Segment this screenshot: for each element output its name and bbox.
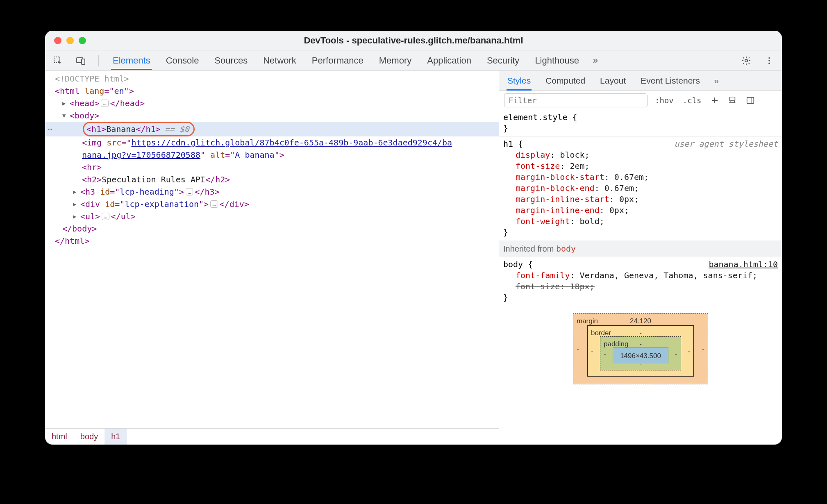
box-model[interactable]: margin 24.120 - - border - - - - bbox=[499, 306, 782, 384]
css-prop-margin-block-start[interactable]: margin-block-start: 0.67em; bbox=[503, 172, 778, 183]
css-prop-margin-inline-end[interactable]: margin-inline-end: 0px; bbox=[503, 205, 778, 216]
crumb-body[interactable]: body bbox=[74, 429, 105, 445]
dom-tree[interactable]: <!DOCTYPE html> <html lang="en"> ▶<head>… bbox=[45, 71, 499, 428]
svg-rect-7 bbox=[729, 97, 735, 100]
dom-img[interactable]: <img src="https://cdn.glitch.global/87b4… bbox=[45, 136, 499, 149]
new-style-rule-icon[interactable] bbox=[709, 95, 720, 105]
ellipsis-icon[interactable]: … bbox=[210, 200, 218, 208]
window-title: DevTools - speculative-rules.glitch.me/b… bbox=[45, 35, 782, 46]
styles-tabs: Styles Computed Layout Event Listeners » bbox=[499, 71, 782, 91]
device-toggle-icon[interactable] bbox=[75, 55, 86, 66]
dom-html-close[interactable]: </html> bbox=[55, 235, 89, 247]
expand-icon[interactable]: ▶ bbox=[73, 186, 80, 198]
tab-sources[interactable]: Sources bbox=[213, 51, 249, 70]
rtab-event-listeners[interactable]: Event Listeners bbox=[640, 71, 701, 91]
styles-panel: Styles Computed Layout Event Listeners »… bbox=[499, 71, 782, 445]
settings-icon[interactable] bbox=[741, 55, 752, 66]
svg-point-5 bbox=[768, 60, 770, 61]
svg-point-6 bbox=[768, 62, 770, 64]
tab-security[interactable]: Security bbox=[485, 51, 521, 70]
ellipsis-icon[interactable]: … bbox=[102, 213, 109, 220]
main-tabs: Elements Console Sources Network Perform… bbox=[45, 50, 782, 71]
dom-html-open[interactable]: <html lang="en"> bbox=[55, 85, 134, 97]
css-prop-font-family[interactable]: font-family: Verdana, Geneva, Tahoma, sa… bbox=[503, 270, 778, 281]
dom-body-open[interactable]: <body> bbox=[70, 109, 99, 122]
more-rtabs-icon[interactable]: » bbox=[714, 76, 719, 86]
inherited-from-header: Inherited from body bbox=[499, 241, 782, 257]
tab-memory[interactable]: Memory bbox=[377, 51, 413, 70]
elements-panel: <!DOCTYPE html> <html lang="en"> ▶<head>… bbox=[45, 71, 499, 445]
inspect-icon[interactable] bbox=[52, 55, 63, 66]
rule-h1[interactable]: h1 {user agent stylesheet display: block… bbox=[499, 137, 782, 241]
ua-stylesheet-label: user agent stylesheet bbox=[674, 138, 778, 150]
devtools-window: DevTools - speculative-rules.glitch.me/b… bbox=[45, 31, 782, 445]
tab-elements[interactable]: Elements bbox=[111, 51, 152, 70]
svg-rect-8 bbox=[747, 97, 754, 103]
dom-doctype: <!DOCTYPE html> bbox=[55, 73, 129, 85]
expand-icon[interactable]: ▶ bbox=[62, 97, 69, 109]
toggle-classes-icon[interactable] bbox=[726, 95, 738, 106]
svg-rect-2 bbox=[82, 59, 85, 64]
crumb-h1[interactable]: h1 bbox=[105, 429, 127, 445]
rule-element-style[interactable]: element.style { } bbox=[499, 110, 782, 137]
dom-ul[interactable]: ▶<ul>…</ul> bbox=[45, 210, 499, 222]
dom-head[interactable]: <head> bbox=[70, 97, 99, 109]
ellipsis-icon[interactable]: … bbox=[101, 100, 108, 107]
breadcrumb: html body h1 bbox=[45, 428, 499, 445]
expand-icon[interactable]: ▶ bbox=[73, 198, 80, 210]
dom-hr[interactable]: <hr> bbox=[45, 161, 499, 173]
titlebar: DevTools - speculative-rules.glitch.me/b… bbox=[45, 31, 782, 50]
kebab-menu-icon[interactable] bbox=[764, 55, 775, 66]
computed-sidebar-icon[interactable] bbox=[744, 95, 757, 106]
css-prop-font-size[interactable]: font-size: 2em; bbox=[503, 161, 778, 172]
rtab-styles[interactable]: Styles bbox=[507, 71, 532, 91]
collapse-icon[interactable]: ▼ bbox=[62, 109, 69, 122]
tab-lighthouse[interactable]: Lighthouse bbox=[533, 51, 581, 70]
css-prop-margin-block-end[interactable]: margin-block-end: 0.67em; bbox=[503, 183, 778, 194]
source-link[interactable]: banana.html:10 bbox=[709, 259, 778, 270]
dom-h3[interactable]: ▶<h3 id="lcp-heading">…</h3> bbox=[45, 186, 499, 198]
rtab-layout[interactable]: Layout bbox=[599, 71, 627, 91]
hov-toggle[interactable]: :hov bbox=[653, 95, 675, 106]
more-tabs-icon[interactable]: » bbox=[593, 55, 598, 66]
dom-selected-h1[interactable]: ⋯ <h1>Banana</h1> == $0 bbox=[45, 122, 499, 136]
css-prop-font-weight[interactable]: font-weight: bold; bbox=[503, 216, 778, 227]
dom-body-close[interactable]: </body> bbox=[62, 222, 97, 235]
css-prop-margin-inline-start[interactable]: margin-inline-start: 0px; bbox=[503, 194, 778, 205]
styles-rules: element.style { } h1 {user agent stylesh… bbox=[499, 110, 782, 445]
close-window-button[interactable] bbox=[54, 37, 61, 44]
cls-toggle[interactable]: .cls bbox=[681, 95, 703, 106]
ellipsis-icon[interactable]: … bbox=[186, 188, 193, 195]
dom-h2[interactable]: <h2>Speculation Rules API</h2> bbox=[45, 173, 499, 186]
tab-application[interactable]: Application bbox=[425, 51, 473, 70]
more-actions-icon[interactable]: ⋯ bbox=[48, 123, 52, 135]
styles-toolbar: :hov .cls bbox=[499, 91, 782, 110]
maximize-window-button[interactable] bbox=[79, 37, 86, 44]
tab-network[interactable]: Network bbox=[261, 51, 298, 70]
tab-performance[interactable]: Performance bbox=[310, 51, 365, 70]
svg-point-3 bbox=[745, 59, 747, 61]
rtab-computed[interactable]: Computed bbox=[545, 71, 586, 91]
css-prop-font-size[interactable]: font-size: 18px; bbox=[503, 281, 778, 292]
css-prop-display[interactable]: display: block; bbox=[503, 150, 778, 161]
filter-input[interactable] bbox=[504, 93, 648, 107]
crumb-html[interactable]: html bbox=[45, 429, 74, 445]
svg-point-4 bbox=[768, 57, 770, 59]
dom-div[interactable]: ▶<div id="lcp-explanation">…</div> bbox=[45, 198, 499, 210]
tab-console[interactable]: Console bbox=[164, 51, 201, 70]
minimize-window-button[interactable] bbox=[66, 37, 74, 44]
rule-body[interactable]: body {banana.html:10 font-family: Verdan… bbox=[499, 257, 782, 306]
expand-icon[interactable]: ▶ bbox=[73, 210, 80, 222]
window-controls bbox=[54, 37, 86, 44]
